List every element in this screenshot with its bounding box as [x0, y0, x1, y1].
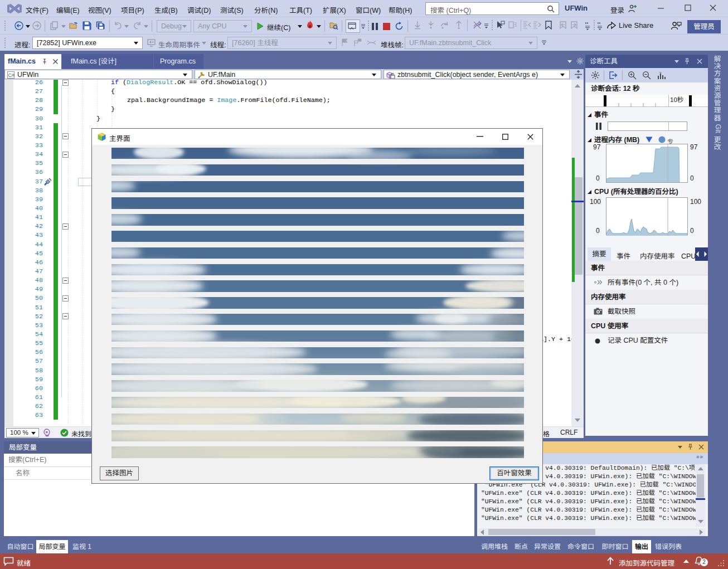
- svg-text:?: ?: [659, 71, 662, 76]
- svg-text:C#: C#: [8, 72, 15, 78]
